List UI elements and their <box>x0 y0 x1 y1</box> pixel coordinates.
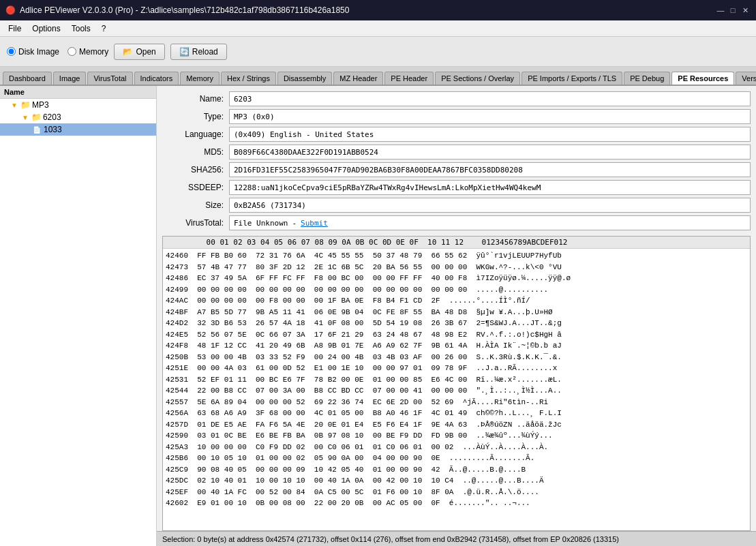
tab-disassembly[interactable]: Disassembly <box>277 72 332 85</box>
main-content: Name ▼ 📁 MP3 ▼ 📁 6203 📄 1033 Name: 6203 … <box>0 86 756 546</box>
field-virustotal-value: File Unknown - Submit <box>229 215 751 230</box>
tab-mz-header[interactable]: MZ Header <box>333 72 383 85</box>
hex-container: 00 01 02 03 04 05 06 07 08 09 0A 0B 0C 0… <box>162 236 751 531</box>
fields-panel: Name: 6203 Type: MP3 (0x0) Language: (0x… <box>157 86 756 236</box>
reload-icon: 🔄 <box>179 47 190 57</box>
reload-label: Reload <box>192 47 218 57</box>
field-sha256-value: 2D16FD31EF55C2583965047F70AD902BA6B30F8A… <box>229 162 751 177</box>
memory-radio-label[interactable]: Memory <box>67 47 108 57</box>
field-language-value: (0x409) English - United States <box>229 127 751 142</box>
field-name-row: Name: 6203 <box>162 91 751 106</box>
field-ssdeep-value: 12288:uaN1jkoCeCpva9ciE5pRBaYZRw4TWxRg4v… <box>229 180 751 195</box>
tab-pe-sections[interactable]: PE Sections / Overlay <box>435 72 520 85</box>
reload-button[interactable]: 🔄 Reload <box>170 44 227 60</box>
tab-hex[interactable]: Hex / Strings <box>221 72 276 85</box>
maximize-button[interactable]: □ <box>727 5 738 16</box>
tree-panel: Name ▼ 📁 MP3 ▼ 📁 6203 📄 1033 <box>0 86 157 546</box>
tab-indicators[interactable]: Indicators <box>134 72 179 85</box>
detail-panel: Name: 6203 Type: MP3 (0x0) Language: (0x… <box>157 86 756 546</box>
field-ssdeep-label: SSDEEP: <box>162 183 224 192</box>
field-virustotal-row: VirusTotal: File Unknown - Submit <box>162 215 751 230</box>
tab-version[interactable]: Version... <box>736 72 756 85</box>
memory-label: Memory <box>79 47 108 57</box>
tree-header: Name <box>0 86 156 99</box>
hex-content: 42460 FF FB B0 60 72 31 76 6A 4C 45 55 5… <box>163 249 750 511</box>
tree-item-mp3[interactable]: ▼ 📁 MP3 <box>0 99 156 111</box>
tab-pe-debug[interactable]: PE Debug <box>624 72 670 85</box>
virustotal-submit-link[interactable]: Submit <box>301 219 328 228</box>
field-size-label: Size: <box>162 200 224 210</box>
field-language-label: Language: <box>162 130 224 139</box>
tree-1033-label: 1033 <box>44 125 62 134</box>
titlebar-controls: — □ ✕ <box>715 5 751 16</box>
tree-item-6203[interactable]: ▼ 📁 6203 <box>0 111 156 123</box>
hex-header: 00 01 02 03 04 05 06 07 08 09 0A 0B 0C 0… <box>163 237 750 249</box>
field-language-row: Language: (0x409) English - United State… <box>162 127 751 142</box>
field-sha256-label: SHA256: <box>162 165 224 175</box>
folder-symbol-6203: 📁 <box>31 112 42 122</box>
titlebar-title: Adlice PEViewer V2.0.3.0 (Pro) - Z:\adli… <box>20 5 349 15</box>
tab-memory[interactable]: Memory <box>180 72 220 85</box>
close-button[interactable]: ✕ <box>740 5 751 16</box>
menu-options[interactable]: Options <box>27 22 65 35</box>
tab-dashboard[interactable]: Dashboard <box>3 72 52 85</box>
menu-help[interactable]: ? <box>96 22 112 35</box>
field-sha256-row: SHA256: 2D16FD31EF55C2583965047F70AD902B… <box>162 162 751 177</box>
disk-image-label: Disk Image <box>18 47 59 57</box>
menubar: File Options Tools ? <box>0 20 756 37</box>
tab-pe-header[interactable]: PE Header <box>384 72 434 85</box>
open-icon: 📂 <box>123 47 133 57</box>
tab-pe-imports[interactable]: PE Imports / Exports / TLS <box>521 72 622 85</box>
field-name-label: Name: <box>162 94 224 104</box>
field-md5-value: B089F66C4380DAAE322F0D191ABB0524 <box>229 145 751 160</box>
field-type-label: Type: <box>162 112 224 121</box>
statusbar: Selection: 0 byte(s) at address 0x42574 … <box>157 531 756 546</box>
minimize-button[interactable]: — <box>715 5 726 16</box>
file-icon-1033: 📄 <box>33 126 41 134</box>
hex-scroll[interactable]: 42460 FF FB B0 60 72 31 76 6A 4C 45 55 5… <box>163 249 750 530</box>
field-md5-row: MD5: B089F66C4380DAAE322F0D191ABB0524 <box>162 145 751 160</box>
menu-file[interactable]: File <box>3 22 27 35</box>
app-icon: 🔴 <box>5 5 16 15</box>
field-name-value: 6203 <box>229 91 751 106</box>
tabbar: Dashboard Image VirusTotal Indicators Me… <box>0 67 756 86</box>
field-md5-label: MD5: <box>162 147 224 157</box>
tree-mp3-label: MP3 <box>32 100 49 110</box>
field-size-value: 0xB2A56 (731734) <box>229 198 751 213</box>
radio-group: Disk Image Memory <box>7 47 108 57</box>
tab-pe-resources[interactable]: PE Resources <box>671 72 734 86</box>
disk-image-radio[interactable] <box>7 47 16 56</box>
field-virustotal-label: VirusTotal: <box>162 218 224 228</box>
memory-radio[interactable] <box>67 47 76 56</box>
menu-tools[interactable]: Tools <box>66 22 96 35</box>
field-size-row: Size: 0xB2A56 (731734) <box>162 198 751 213</box>
toolbar: Disk Image Memory 📂 Open 🔄 Reload <box>0 37 756 67</box>
open-button[interactable]: 📂 Open <box>114 44 164 60</box>
tab-virustotal[interactable]: VirusTotal <box>87 72 132 85</box>
statusbar-text: Selection: 0 byte(s) at address 0x42574 … <box>162 535 619 543</box>
folder-symbol: 📁 <box>20 100 31 110</box>
tree-6203-label: 6203 <box>43 112 61 122</box>
virustotal-status: File Unknown <box>234 219 288 228</box>
folder-icon-6203: ▼ <box>22 114 29 121</box>
open-label: Open <box>136 47 155 57</box>
folder-icon: ▼ <box>11 102 18 109</box>
titlebar-left: 🔴 Adlice PEViewer V2.0.3.0 (Pro) - Z:\ad… <box>5 5 349 15</box>
field-type-value: MP3 (0x0) <box>229 109 751 124</box>
tab-image[interactable]: Image <box>53 72 87 85</box>
field-ssdeep-row: SSDEEP: 12288:uaN1jkoCeCpva9ciE5pRBaYZRw… <box>162 180 751 195</box>
tree-item-1033[interactable]: 📄 1033 <box>0 123 156 136</box>
virustotal-separator: - <box>292 219 297 228</box>
disk-image-radio-label[interactable]: Disk Image <box>7 47 59 57</box>
field-type-row: Type: MP3 (0x0) <box>162 109 751 124</box>
titlebar: 🔴 Adlice PEViewer V2.0.3.0 (Pro) - Z:\ad… <box>0 0 756 20</box>
